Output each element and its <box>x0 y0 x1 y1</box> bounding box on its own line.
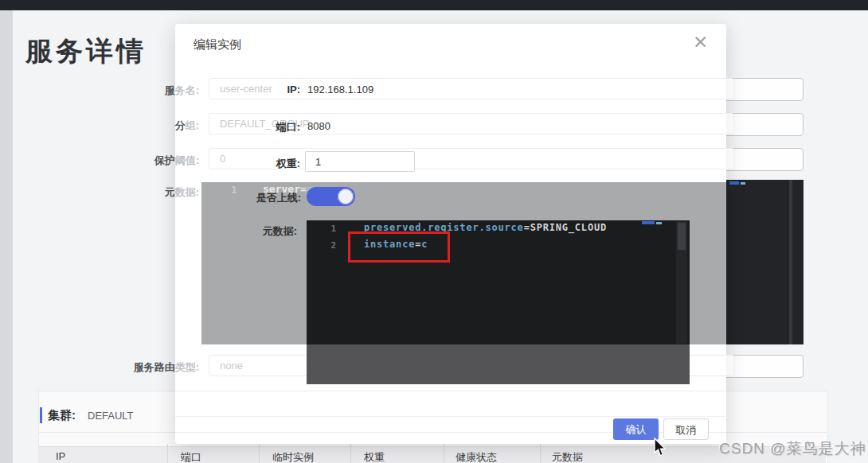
editor-minimap-mark <box>741 182 745 185</box>
editor-scrollbar[interactable] <box>789 180 792 344</box>
mouse-cursor-icon <box>653 438 667 458</box>
ghost-panel-line <box>175 391 726 391</box>
column-header-metadata: 元数据 <box>552 450 583 463</box>
metadata-label-page: 元数据: <box>96 185 199 200</box>
dialog-title: 编辑实例 <box>194 37 241 53</box>
column-separator <box>350 444 351 463</box>
protect-threshold-label: 保护阈值: <box>96 154 199 168</box>
instance-table-header <box>39 446 826 463</box>
group-label: 分组: <box>96 119 199 133</box>
editor-line-number: 1 <box>323 224 337 234</box>
online-label: 是否上线: <box>231 191 301 205</box>
toggle-knob <box>338 189 354 204</box>
ip-value: 192.168.1.109 <box>307 84 373 95</box>
route-type-label: 服务路由类型: <box>96 360 199 375</box>
page-title: 服务详情 <box>25 33 147 70</box>
column-header-weight: 权重 <box>364 450 385 463</box>
service-name-label: 服务名: <box>96 84 199 98</box>
editor-scrollbar-thumb[interactable] <box>678 223 686 250</box>
red-highlight-box <box>348 231 450 263</box>
column-header-ip: IP <box>56 450 65 462</box>
column-separator <box>259 444 260 463</box>
dialog-footer-line <box>175 416 726 417</box>
column-header-port: 端口 <box>181 450 201 463</box>
screen: 服务详情 集群: DEFAULT IP 端口 临时实例 权重 健康状态 元数据 … <box>0 0 868 463</box>
metadata-editor-lower[interactable] <box>307 344 690 384</box>
column-header-ephemeral: 临时实例 <box>272 450 314 463</box>
weight-label: 权重: <box>239 157 300 171</box>
port-label: 端口: <box>239 120 300 134</box>
port-value: 8080 <box>307 120 330 132</box>
close-icon[interactable]: ✕ <box>693 32 708 53</box>
cluster-accent-bar <box>40 407 42 423</box>
editor-minimap-mark <box>656 222 662 224</box>
top-nav-bar <box>0 0 868 10</box>
left-edge-strip <box>0 10 13 463</box>
cancel-button[interactable]: 取消 <box>663 418 709 440</box>
column-header-health: 健康状态 <box>456 450 497 463</box>
csdn-watermark: CSDN @菜鸟是大神 <box>719 438 866 459</box>
weight-input[interactable]: 1 <box>305 151 415 172</box>
editor-line-number: 2 <box>323 240 337 251</box>
column-separator <box>167 444 168 463</box>
metadata-label-dialog: 元数据: <box>235 224 297 239</box>
column-separator <box>444 444 444 463</box>
editor-minimap-mark <box>642 221 655 224</box>
editor-minimap-mark <box>729 181 739 185</box>
background-metadata-editor <box>726 180 803 344</box>
ip-label: IP: <box>239 84 300 95</box>
cluster-heading: 集群: <box>48 408 76 423</box>
online-toggle[interactable] <box>307 187 355 206</box>
confirm-button[interactable]: 确认 <box>613 418 659 440</box>
cluster-name: DEFAULT <box>88 410 134 422</box>
column-separator <box>540 444 541 463</box>
